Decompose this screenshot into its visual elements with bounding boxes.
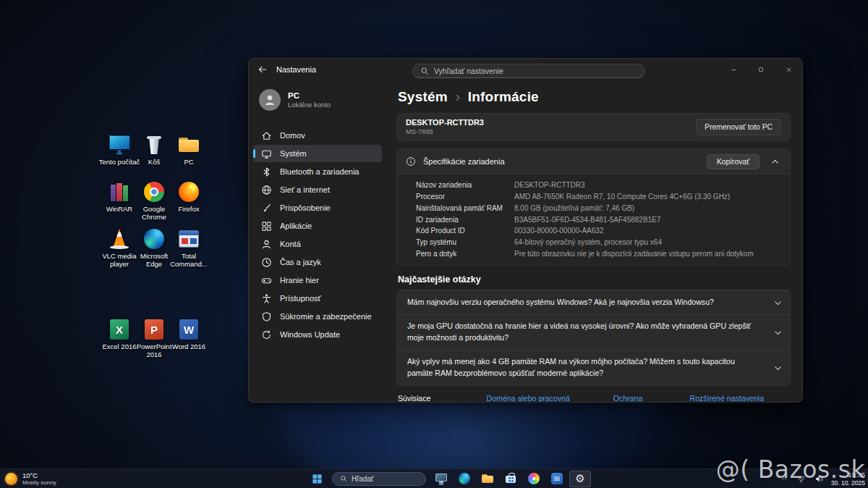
sidebar-item[interactable]: Aplikácie xyxy=(253,217,382,235)
collapse-button[interactable] xyxy=(765,153,784,169)
rename-pc-button[interactable]: Premenovať toto PC xyxy=(696,119,781,135)
sidebar-item-icon xyxy=(261,221,272,232)
desktop-icon[interactable]: Word 2016 xyxy=(171,317,206,364)
spec-label: Pero a dotyk xyxy=(416,249,514,258)
desktop-icon[interactable]: Tento počítač xyxy=(102,132,137,180)
settings-search[interactable] xyxy=(412,64,645,78)
sidebar-item[interactable]: Čas a jazyk xyxy=(253,253,382,271)
user-subtitle: Lokálne konto xyxy=(288,101,331,109)
taskbar-app-icon xyxy=(458,472,472,486)
taskbar-app[interactable] xyxy=(546,471,568,487)
sidebar-item[interactable]: Hranie hier xyxy=(253,272,382,289)
desktop-icon[interactable]: Google Chrome xyxy=(137,180,171,227)
spec-label: Typ systému xyxy=(416,237,514,247)
spec-value: 8.00 GB (použiteľná pamäť: 7,46 GB) xyxy=(514,203,634,213)
related-link[interactable]: Rozšírené nastavenia systému xyxy=(690,394,791,402)
sidebar-item[interactable]: Kontá xyxy=(253,235,382,253)
clock[interactable]: 19:35 30. 10. 2025 xyxy=(831,471,865,487)
desktop-icon-label: PC xyxy=(166,159,211,167)
faq-item[interactable]: Mám najnovšiu verziu operačného systému … xyxy=(397,290,790,314)
sidebar-item-icon xyxy=(261,275,272,286)
sidebar-item[interactable]: Bluetooth a zariadenia xyxy=(253,163,382,180)
selection-accent-bar xyxy=(253,149,255,158)
spec-label: Kód Product ID xyxy=(416,226,514,235)
taskbar: 10°C Mostly sunny xyxy=(0,468,868,488)
faq-question: Je moja GPU dostatočná na hranie hier a … xyxy=(407,321,763,344)
sidebar-item[interactable]: Domov xyxy=(253,127,382,144)
user-name: PC xyxy=(288,91,331,100)
spec-value: B3A5BF51-0F6D-4534-B481-5AF45882B1E7 xyxy=(514,215,660,224)
sidebar-item[interactable]: Súkromie a zabezpečenie xyxy=(253,308,382,325)
screen: Tento počítač Kôš PC WinRAR Google Chrom… xyxy=(0,0,868,488)
faq-title: Najčastejšie otázky xyxy=(398,274,791,285)
taskbar-app[interactable] xyxy=(500,471,522,487)
settings-window: Nastavenia PC Lokálne konto xyxy=(248,58,803,403)
related-link[interactable]: Ochrana systému xyxy=(613,394,671,402)
spec-row: Procesor AMD A8-7650K Radeon R7, 10 Comp… xyxy=(416,191,783,203)
spec-row: Nainštalovaná pamäť RAM 8.00 GB (použite… xyxy=(416,203,783,214)
desktop-icon-glyph xyxy=(176,227,201,251)
related-link[interactable]: Doména alebo pracovná skupina xyxy=(487,394,595,402)
faq-question: Mám najnovšiu verziu operačného systému … xyxy=(407,297,763,308)
info-icon xyxy=(406,156,416,167)
sidebar-item[interactable]: Systém xyxy=(253,145,382,162)
spec-card-header[interactable]: Špecifikácie zariadenia Kopírovať xyxy=(397,149,790,174)
taskbar-app-icon xyxy=(435,472,448,486)
minimize-button[interactable] xyxy=(720,59,747,80)
sidebar-item[interactable]: Prístupnosť xyxy=(253,290,382,307)
desktop-icon[interactable]: PC xyxy=(171,132,206,180)
desktop-icon-label: Total Command... xyxy=(166,253,211,269)
settings-sidebar: PC Lokálne konto Domov Systém xyxy=(249,80,386,402)
sidebar-item[interactable]: Sieť a internet xyxy=(253,181,382,198)
faq-item[interactable]: Je moja GPU dostatočná na hranie hier a … xyxy=(397,314,790,350)
desktop-icon-glyph xyxy=(176,132,201,157)
search-icon xyxy=(420,67,429,75)
sidebar-item[interactable]: Windows Update xyxy=(253,326,382,343)
taskbar-app[interactable] xyxy=(523,471,545,487)
sidebar-item-icon xyxy=(261,148,272,159)
weather-widget[interactable]: 10°C Mostly sunny xyxy=(5,469,56,488)
sidebar-item-icon xyxy=(261,329,272,340)
settings-search-input[interactable] xyxy=(434,67,637,75)
spec-row: ID zariadenia B3A5BF51-0F6D-4534-B481-5A… xyxy=(416,214,783,225)
desktop-icon[interactable]: Total Command... xyxy=(171,227,206,274)
spec-label: Názov zariadenia xyxy=(416,180,514,190)
desktop-icon[interactable]: PowerPoint 2016 xyxy=(137,317,171,364)
taskbar-search-input[interactable] xyxy=(352,475,418,483)
tray-chevron-up-icon[interactable] xyxy=(779,474,789,484)
faq-card: Mám najnovšiu verziu operačného systému … xyxy=(396,290,791,385)
user-account[interactable]: PC Lokálne konto xyxy=(253,85,382,121)
spec-card-title: Špecifikácie zariadenia xyxy=(423,157,505,166)
sidebar-item[interactable]: Prispôsobenie xyxy=(253,199,382,216)
desktop-icons-office: Excel 2016 PowerPoint 2016 Word 2016 xyxy=(102,317,206,364)
chevron-up-icon xyxy=(770,157,780,167)
desktop-icon[interactable]: Firefox xyxy=(171,180,206,227)
sidebar-item-icon xyxy=(261,167,272,177)
faq-item[interactable]: Aký vplyv má menej ako 4 GB pamäte RAM n… xyxy=(397,350,790,385)
chevron-down-icon xyxy=(773,363,783,373)
volume-icon[interactable] xyxy=(813,473,825,485)
taskbar-app[interactable] xyxy=(477,471,498,487)
sidebar-item-label: Kontá xyxy=(280,240,301,248)
maximize-button[interactable] xyxy=(747,59,775,80)
desktop-icon-glyph xyxy=(107,180,132,204)
breadcrumb-system[interactable]: Systém xyxy=(398,89,448,105)
sidebar-nav: Domov Systém Bluetooth a zariadenia xyxy=(253,127,382,343)
desktop-icon[interactable]: Kôš xyxy=(137,132,171,180)
device-name: DESKTOP-RCTTDR3 xyxy=(406,118,484,127)
close-button[interactable] xyxy=(775,59,802,80)
desktop-icon-label: Word 2016 xyxy=(166,343,211,351)
sidebar-item-label: Prístupnosť xyxy=(280,294,321,303)
sidebar-item-icon xyxy=(261,239,272,250)
copy-button[interactable]: Kopírovať xyxy=(707,154,760,169)
taskbar-search[interactable] xyxy=(332,472,426,486)
sidebar-item-label: Aplikácie xyxy=(280,222,312,230)
start-button[interactable] xyxy=(306,471,328,487)
spec-row: Pero a dotyk Pre túto obrazovku nie je k… xyxy=(416,248,783,260)
taskbar-app[interactable] xyxy=(430,471,452,487)
taskbar-app[interactable] xyxy=(454,471,475,487)
taskbar-app[interactable] xyxy=(569,471,591,487)
wifi-icon[interactable] xyxy=(795,473,807,485)
back-button[interactable] xyxy=(253,62,272,77)
sidebar-item-label: Čas a jazyk xyxy=(280,258,321,266)
